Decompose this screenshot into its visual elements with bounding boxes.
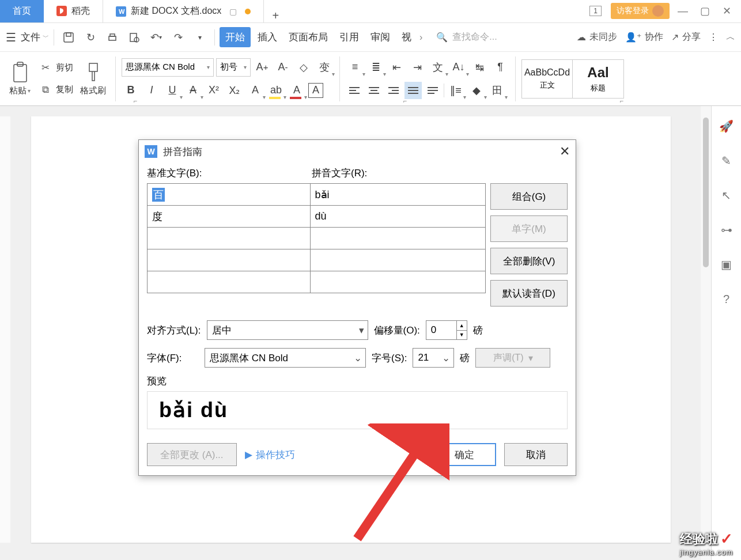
strike-button[interactable]: A▾ bbox=[184, 81, 202, 100]
shading-button[interactable]: ◆▾ bbox=[467, 81, 486, 100]
spin-down-icon[interactable]: ▼ bbox=[457, 331, 467, 340]
file-menu[interactable]: 文件﹀ bbox=[21, 31, 49, 44]
superscript-button[interactable]: X² bbox=[205, 81, 223, 100]
phonetic-guide-button[interactable]: 变▾ bbox=[315, 58, 334, 77]
align-combo[interactable]: 居中 ▾ bbox=[207, 320, 368, 340]
tab-home[interactable]: 首页 bbox=[0, 0, 44, 22]
decrease-indent-button[interactable]: ⇤ bbox=[387, 58, 406, 77]
align-justify-button[interactable] bbox=[404, 82, 422, 99]
font-color-button[interactable]: A▾ bbox=[288, 81, 306, 100]
default-reading-button[interactable]: 默认读音(D) bbox=[490, 280, 568, 307]
ruby-cell-2[interactable] bbox=[311, 228, 485, 249]
cursor-icon[interactable]: ↖ bbox=[718, 187, 735, 204]
command-search[interactable]: 🔍 查找命令... bbox=[436, 31, 497, 43]
spin-up-icon[interactable]: ▲ bbox=[457, 321, 467, 331]
ruby-cell-4[interactable] bbox=[311, 271, 485, 293]
border-button[interactable]: 田▾ bbox=[488, 81, 506, 100]
decrease-font-button[interactable]: A- bbox=[274, 58, 292, 77]
menu-start[interactable]: 开始 bbox=[220, 27, 251, 47]
rocket-icon[interactable]: 🚀 bbox=[718, 118, 735, 135]
collab-button[interactable]: 👤⁺协作 bbox=[625, 31, 663, 43]
tips-link[interactable]: ▶ 操作技巧 bbox=[245, 448, 295, 461]
style-heading[interactable]: Aal 标题 bbox=[573, 60, 623, 98]
base-cell-2[interactable] bbox=[148, 228, 311, 249]
hamburger-icon[interactable]: ☰ bbox=[6, 31, 16, 44]
tab-restore-icon[interactable]: ▢ bbox=[229, 7, 237, 16]
sync-status[interactable]: ☁未同步 bbox=[577, 31, 617, 43]
vertical-scrollbar[interactable] bbox=[701, 106, 711, 560]
dialog-close-button[interactable]: ✕ bbox=[559, 144, 570, 159]
more-menu[interactable]: ⋮ bbox=[709, 32, 718, 43]
style-body[interactable]: AaBbCcDd 正文 bbox=[522, 60, 573, 98]
font-combo[interactable]: 思源黑体 CN Bold ⌄ bbox=[205, 348, 366, 368]
number-list-button[interactable]: ≣▾ bbox=[366, 58, 385, 77]
font-size-select[interactable]: 初号▾ bbox=[216, 58, 251, 77]
maximize-button[interactable]: ▢ bbox=[696, 2, 713, 20]
combine-button[interactable]: 组合(G) bbox=[490, 183, 568, 210]
ok-button[interactable]: 确定 bbox=[433, 443, 496, 466]
align-right-button[interactable] bbox=[385, 82, 402, 99]
clear-format-button[interactable]: ◇ bbox=[294, 58, 313, 77]
styles-gallery[interactable]: AaBbCcDd 正文 Aal 标题 bbox=[521, 59, 624, 99]
text-effect-button[interactable]: A▾ bbox=[246, 81, 264, 100]
cancel-button[interactable]: 取消 bbox=[504, 443, 568, 466]
highlight-button[interactable]: ab▾ bbox=[267, 81, 285, 100]
font-expand-icon[interactable]: ⌐ bbox=[403, 97, 407, 104]
copy-button[interactable]: ⧉复制 bbox=[37, 82, 73, 98]
ruby-cell-0[interactable]: bǎi bbox=[311, 184, 485, 206]
para-expand-icon[interactable]: ⌐ bbox=[620, 97, 623, 104]
bold-button[interactable]: B bbox=[122, 81, 140, 100]
ruby-cell-3[interactable] bbox=[311, 249, 485, 271]
cut-button[interactable]: ✂剪切 bbox=[37, 60, 73, 76]
scroll-thumb[interactable] bbox=[703, 118, 709, 267]
tab-daoke[interactable]: 稻壳 bbox=[44, 0, 103, 22]
underline-button[interactable]: U▾ bbox=[163, 81, 182, 100]
menu-insert[interactable]: 插入 bbox=[253, 28, 282, 46]
settings-slider-icon[interactable]: ⊶ bbox=[718, 221, 735, 239]
tab-button[interactable]: ↹ bbox=[470, 58, 489, 77]
qat-more[interactable]: ▾ bbox=[190, 28, 210, 47]
save-icon[interactable] bbox=[59, 28, 78, 47]
menu-ref[interactable]: 引用 bbox=[335, 28, 364, 46]
redo-button[interactable]: ↷ bbox=[168, 28, 188, 47]
line-spacing-button[interactable]: ‖≡▾ bbox=[447, 81, 465, 100]
share-button[interactable]: ↗分享 bbox=[671, 31, 701, 43]
menu-review[interactable]: 审阅 bbox=[366, 28, 395, 46]
show-marks-button[interactable]: ¶ bbox=[491, 58, 509, 77]
size-combo[interactable]: 21 ⌄ bbox=[413, 348, 454, 368]
new-tab-button[interactable]: + bbox=[264, 9, 287, 22]
pencil-icon[interactable]: ✎ bbox=[718, 152, 735, 169]
window-count-badge[interactable]: 1 bbox=[589, 6, 602, 16]
base-cell-0[interactable]: 百 bbox=[148, 184, 311, 206]
tab-document[interactable]: W 新建 DOCX 文档.docx ▢ bbox=[103, 0, 264, 22]
delete-all-button[interactable]: 全部删除(V) bbox=[490, 248, 568, 274]
text-direction-button[interactable]: 文▾ bbox=[429, 58, 447, 77]
increase-font-button[interactable]: A+ bbox=[253, 58, 271, 77]
print-icon[interactable] bbox=[103, 28, 122, 47]
sort-button[interactable]: A↓▾ bbox=[449, 58, 468, 77]
font-family-select[interactable]: 思源黑体 CN Bold▾ bbox=[122, 58, 214, 77]
close-window-button[interactable]: ✕ bbox=[718, 2, 735, 20]
archive-icon[interactable]: ▣ bbox=[718, 256, 735, 273]
collapse-ribbon-icon[interactable]: ︿ bbox=[726, 31, 735, 43]
italic-button[interactable]: I bbox=[142, 81, 161, 100]
paste-button[interactable]: 粘贴▾ bbox=[6, 61, 34, 96]
more-tabs-icon[interactable]: › bbox=[419, 32, 422, 43]
align-distribute-button[interactable] bbox=[424, 82, 441, 99]
align-left-button[interactable] bbox=[346, 82, 363, 99]
char-border-button[interactable]: A bbox=[308, 83, 323, 98]
format-painter-button[interactable]: 格式刷 bbox=[77, 61, 109, 96]
base-cell-4[interactable] bbox=[148, 271, 311, 293]
align-center-button[interactable] bbox=[365, 82, 383, 99]
help-icon[interactable]: ? bbox=[718, 290, 735, 308]
subscript-button[interactable]: X₂ bbox=[225, 81, 244, 100]
base-cell-3[interactable] bbox=[148, 249, 311, 271]
minimize-button[interactable]: — bbox=[674, 2, 691, 20]
menu-layout[interactable]: 页面布局 bbox=[284, 28, 332, 46]
ruby-cell-1[interactable]: dù bbox=[311, 206, 485, 228]
menu-view[interactable]: 视 bbox=[397, 28, 416, 46]
print-preview-icon[interactable] bbox=[124, 28, 144, 47]
base-cell-1[interactable]: 度 bbox=[148, 206, 311, 228]
bullet-list-button[interactable]: ≡▾ bbox=[346, 58, 364, 77]
undo-button[interactable]: ↶▾ bbox=[146, 28, 166, 47]
